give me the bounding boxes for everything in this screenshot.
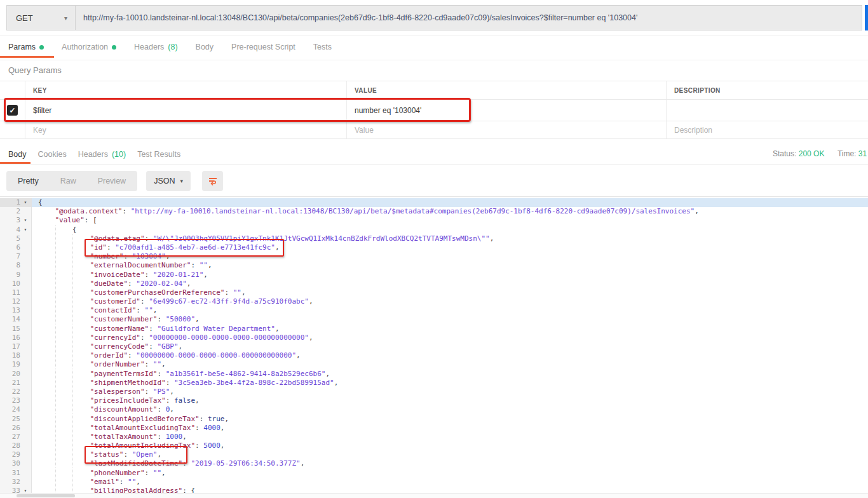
fold-spacer (20, 315, 31, 324)
time-label: Time: (837, 149, 857, 158)
scrollbar-thumb[interactable] (17, 494, 75, 497)
fold-icon[interactable]: ▾ (20, 198, 31, 207)
tab-label: Body (196, 43, 214, 51)
tab-response-body[interactable]: Body (8, 150, 27, 159)
fold-spacer (20, 252, 31, 261)
line-number: 6 (0, 243, 20, 252)
fold-spacer (20, 297, 31, 306)
tab-headers[interactable]: Headers (8) (134, 43, 178, 51)
fold-spacer (20, 424, 31, 433)
send-button-edge[interactable] (865, 5, 868, 30)
code-line: 12 "customerId": "6e499c67-ec72-43ff-9f4… (0, 297, 868, 306)
active-response-tab-underline (0, 162, 31, 164)
green-dot-icon (39, 45, 44, 50)
fold-spacer (20, 342, 31, 351)
query-params-table: KEY VALUE DESCRIPTION ✓ $filter number e… (0, 81, 868, 139)
param-checkbox-cell (0, 121, 25, 138)
line-number: 21 (0, 379, 20, 387)
url-input[interactable]: http://my-fa-10010.landsteinar-nl.local:… (76, 6, 862, 30)
active-tab-underline (0, 56, 54, 58)
tab-tests[interactable]: Tests (313, 43, 332, 51)
line-number: 10 (0, 279, 20, 288)
line-number: 17 (0, 342, 20, 351)
description-column-header: DESCRIPTION (667, 81, 868, 99)
response-status-line: Status: 200 OK Time: 31 ms (773, 149, 868, 158)
tab-params[interactable]: Params (8, 43, 44, 51)
line-number: 14 (0, 315, 20, 324)
fold-spacer (20, 405, 31, 414)
line-number: 31 (0, 469, 20, 478)
tab-test-results[interactable]: Test Results (137, 150, 180, 159)
code-line: 32 "email": "", (0, 478, 868, 487)
view-mode-group: Pretty Raw Preview (6, 171, 137, 191)
code-line: 1▾{ (0, 198, 868, 207)
tab-body[interactable]: Body (196, 43, 214, 51)
param-checkbox-cell: ✓ (0, 100, 25, 121)
tab-response-headers[interactable]: Headers (10) (78, 150, 126, 159)
code-lines: 1▾{2 "@odata.context": "http://my-fa-100… (0, 198, 868, 498)
param-checkbox[interactable]: ✓ (7, 105, 18, 116)
code-line: 16 "currencyId": "00000000-0000-0000-000… (0, 333, 868, 342)
param-description-input[interactable] (667, 100, 868, 121)
param-value-input-empty[interactable]: Value (347, 121, 667, 138)
line-number: 11 (0, 288, 20, 297)
param-description-input-empty[interactable]: Description (667, 121, 868, 138)
code-line: 4▾ { (0, 225, 868, 234)
code-line: 28 "totalAmountIncludingTax": 5000, (0, 441, 868, 450)
code-line: 25 "discountAppliedBeforeTax": true, (0, 415, 868, 424)
line-number: 26 (0, 424, 20, 433)
param-row: ✓ $filter number eq '103004' (0, 100, 868, 121)
line-number: 18 (0, 351, 20, 360)
fold-spacer (20, 325, 31, 333)
tab-cookies[interactable]: Cookies (38, 150, 67, 159)
param-placeholder-row: Key Value Description (0, 121, 868, 139)
tab-authorization[interactable]: Authorization (62, 43, 116, 51)
view-mode-raw[interactable]: Raw (60, 177, 76, 185)
wrap-text-button[interactable] (202, 171, 223, 191)
status-label: Status: (773, 149, 796, 158)
view-mode-pretty[interactable]: Pretty (18, 177, 39, 185)
line-number: 30 (0, 459, 20, 468)
code-line: 17 "currencyCode": "GBP", (0, 342, 868, 351)
fold-spacer (20, 441, 31, 450)
line-number: 1 (0, 198, 20, 207)
code-line: 10 "dueDate": "2020-02-04", (0, 279, 868, 288)
tab-label: Headers (134, 43, 164, 51)
line-number: 15 (0, 325, 20, 333)
code-line: 27 "totalTaxAmount": 1000, (0, 433, 868, 441)
chevron-down-icon: ▾ (180, 178, 183, 184)
request-tabs: Params Authorization Headers (8) Body Pr… (8, 36, 332, 58)
fold-icon[interactable]: ▾ (20, 225, 31, 234)
code-line: 14 "customerNumber": "50000", (0, 315, 868, 324)
response-tabs: Body Cookies Headers (10) Test Results (8, 145, 180, 164)
line-number: 9 (0, 271, 20, 279)
param-key-input[interactable]: $filter (25, 100, 347, 121)
headers-count-badge: (8) (168, 43, 177, 51)
format-select[interactable]: JSON ▾ (146, 171, 191, 191)
line-number: 29 (0, 450, 20, 459)
param-value-input[interactable]: number eq '103004' (347, 100, 667, 121)
key-column-header: KEY (25, 81, 347, 99)
fold-spacer (20, 433, 31, 441)
fold-spacer (20, 271, 31, 279)
time-value: 31 ms (858, 149, 868, 158)
status-value: 200 OK (799, 149, 825, 158)
code-line: 24 "discountAmount": 0, (0, 405, 868, 414)
green-dot-icon (112, 45, 116, 50)
query-params-label: Query Params (8, 65, 62, 75)
param-key-input-empty[interactable]: Key (25, 121, 347, 138)
url-text: http://my-fa-10010.landsteinar-nl.local:… (83, 13, 637, 22)
code-line: 22 "salesperson": "PS", (0, 387, 868, 396)
line-number: 27 (0, 433, 20, 441)
fold-spacer (20, 234, 31, 243)
fold-icon[interactable]: ▾ (20, 216, 31, 225)
value-column-header: VALUE (347, 81, 667, 99)
view-mode-preview[interactable]: Preview (98, 177, 126, 185)
tab-label: Test Results (137, 150, 180, 159)
tab-label: Params (8, 43, 36, 51)
line-number: 23 (0, 396, 20, 405)
code-line: 7 "number": "103004", (0, 252, 868, 261)
fold-spacer (20, 459, 31, 468)
tab-pre-request-script[interactable]: Pre-request Script (231, 43, 295, 51)
http-method-select[interactable]: GET ▾ (7, 6, 76, 30)
